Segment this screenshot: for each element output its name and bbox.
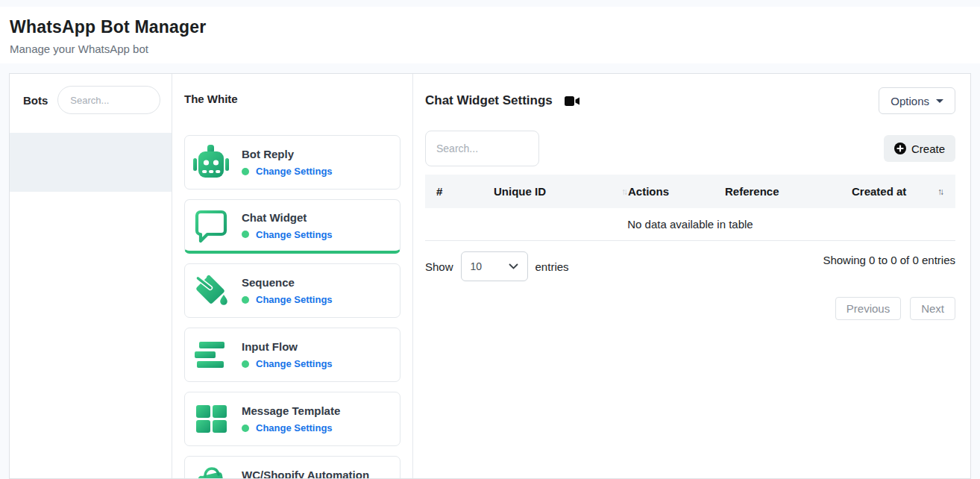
menu-card-title: Bot Reply xyxy=(242,148,333,160)
settings-table: # Unique ID ↑↓ Actions Reference Created… xyxy=(425,175,955,241)
menu-card-message-template[interactable]: Message Template Change Settings xyxy=(184,392,401,446)
menu-card-list: Bot Reply Change Settings xyxy=(184,135,401,479)
menu-card-sequence[interactable]: Sequence Change Settings xyxy=(184,263,401,318)
menu-card-body: WC/Shopify Automation Change Settings xyxy=(242,469,369,479)
menu-card-body: Message Template Change Settings xyxy=(242,404,340,433)
status-dot xyxy=(242,231,249,238)
menu-card-body: Chat Widget Change Settings xyxy=(242,211,333,240)
menu-card-wc-shopify-automation[interactable]: WC/Shopify Automation Change Settings xyxy=(184,456,401,479)
menu-card-chat-widget[interactable]: Chat Widget Change Settings xyxy=(184,199,401,254)
bots-panel-header: Bots xyxy=(10,74,172,114)
change-settings-link[interactable]: Change Settings xyxy=(256,422,333,433)
next-button[interactable]: Next xyxy=(910,297,955,320)
menu-card-body: Input Flow Change Settings xyxy=(242,340,333,369)
page-subtitle: Manage your WhatsApp bot xyxy=(10,43,980,55)
chevron-down-icon xyxy=(936,99,943,103)
menu-card-title: WC/Shopify Automation xyxy=(242,469,369,479)
sort-icon[interactable]: ↑↓ xyxy=(937,187,944,197)
paint-bucket-icon xyxy=(192,272,230,310)
show-label: Show xyxy=(425,260,453,273)
menu-card-input-flow[interactable]: Input Flow Change Settings xyxy=(184,328,401,382)
pagination: Previous Next xyxy=(425,297,955,320)
grid-icon xyxy=(192,400,230,439)
create-button[interactable]: Create xyxy=(884,135,955,162)
status-dot xyxy=(242,360,249,368)
previous-button[interactable]: Previous xyxy=(835,297,901,320)
column-header-unique-id[interactable]: Unique ID ↑↓ xyxy=(494,185,628,198)
table-header-row: # Unique ID ↑↓ Actions Reference Created… xyxy=(425,175,955,208)
bots-panel: Bots xyxy=(10,74,172,478)
settings-panel: Chat Widget Settings Options xyxy=(413,74,970,478)
status-dot xyxy=(242,425,249,432)
main-container: Bots The White xyxy=(9,73,971,479)
plus-circle-icon xyxy=(894,143,906,154)
menu-card-body: Bot Reply Change Settings xyxy=(242,148,333,177)
menu-card-title: Message Template xyxy=(242,404,340,417)
bot-list-item-selected[interactable] xyxy=(10,133,172,192)
menu-card-title: Input Flow xyxy=(242,340,333,353)
page-header: WhatsApp Bot Manager Manage your WhatsAp… xyxy=(0,7,980,63)
sort-icon[interactable]: ↑↓ xyxy=(621,187,628,197)
change-settings-link[interactable]: Change Settings xyxy=(256,229,333,240)
table-search-input[interactable] xyxy=(425,131,539,166)
options-button-label: Options xyxy=(891,95,929,107)
settings-title: Chat Widget Settings xyxy=(425,93,553,108)
column-header-index[interactable]: # xyxy=(436,185,494,198)
page-title: WhatsApp Bot Manager xyxy=(10,17,980,37)
column-header-reference[interactable]: Reference xyxy=(725,185,852,198)
shopping-bag-icon xyxy=(192,464,230,479)
change-settings-link[interactable]: Change Settings xyxy=(256,294,333,305)
robot-icon xyxy=(192,143,230,182)
page-size-value: 10 xyxy=(471,260,483,272)
menu-card-body: Sequence Change Settings xyxy=(242,276,333,305)
entries-label: entries xyxy=(535,260,569,273)
bot-menu-panel: The White xyxy=(172,74,413,478)
status-dot xyxy=(242,296,249,304)
list-bars-icon xyxy=(192,336,230,375)
video-camera-icon xyxy=(565,96,580,107)
column-header-created-at[interactable]: Created at ↑↓ xyxy=(852,185,944,198)
menu-card-title: Chat Widget xyxy=(242,211,333,224)
chat-bubble-icon xyxy=(192,206,230,245)
options-button[interactable]: Options xyxy=(879,87,955,114)
status-dot xyxy=(242,168,249,175)
chevron-down-icon xyxy=(509,263,518,269)
bot-name: The White xyxy=(184,93,401,105)
create-button-label: Create xyxy=(911,143,945,155)
change-settings-link[interactable]: Change Settings xyxy=(256,166,333,177)
page-size-select[interactable]: 10 xyxy=(461,251,528,281)
bots-label: Bots xyxy=(23,94,48,107)
showing-summary: Showing 0 to 0 of 0 entries xyxy=(823,254,955,266)
table-empty-message: No data available in table xyxy=(425,208,955,241)
change-settings-link[interactable]: Change Settings xyxy=(256,358,333,369)
menu-card-title: Sequence xyxy=(242,276,333,289)
column-header-actions[interactable]: Actions xyxy=(628,185,725,198)
menu-card-bot-reply[interactable]: Bot Reply Change Settings xyxy=(184,135,401,190)
bots-search-input[interactable] xyxy=(57,86,160,114)
